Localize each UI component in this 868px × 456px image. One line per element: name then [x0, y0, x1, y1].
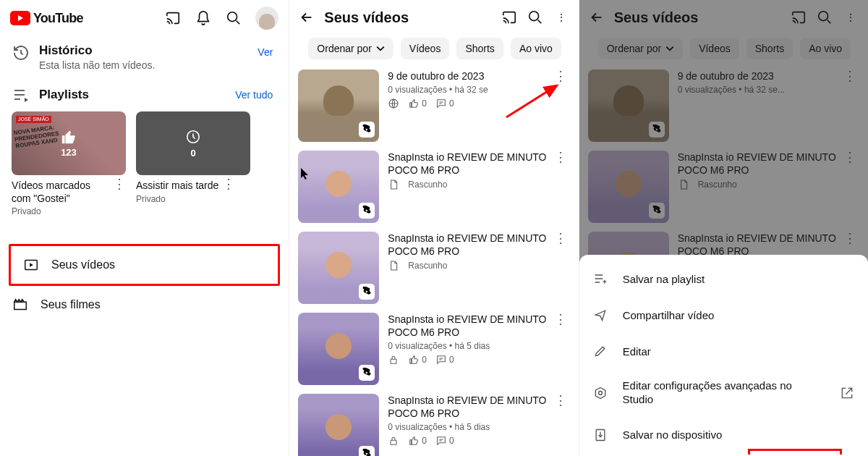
video-subline: 0 visualizações • há 32 se [388, 85, 569, 95]
shorts-badge-icon [649, 122, 665, 138]
sheet-share[interactable]: Compartilhar vídeo [579, 297, 868, 333]
nav-your-films[interactable]: Seus filmes [0, 286, 289, 324]
chip-videos[interactable]: Vídeos [401, 38, 450, 59]
video-more-icon[interactable]: ⋮ [841, 151, 859, 164]
playlist-count: 0 [190, 148, 195, 159]
svg-point-9 [598, 391, 602, 394]
shorts-badge-icon [359, 365, 375, 381]
svg-point-8 [819, 12, 828, 21]
your-videos-icon [22, 256, 40, 274]
chip-videos[interactable]: Vídeos [690, 38, 739, 59]
video-more-icon[interactable]: ⋮ [551, 232, 570, 245]
comment-count: 0 [435, 435, 454, 447]
video-more-icon[interactable]: ⋮ [551, 394, 570, 407]
svg-point-0 [228, 12, 237, 22]
video-row[interactable]: SnapInsta io REVIEW DE MINUTO POCO M6 PR… [298, 389, 569, 456]
more-icon[interactable]: ⋮ [553, 9, 570, 26]
video-more-icon[interactable]: ⋮ [551, 151, 570, 164]
video-more-icon[interactable]: ⋮ [841, 232, 859, 245]
draft-label: Rascunho [698, 180, 737, 190]
back-icon[interactable] [588, 9, 605, 26]
back-icon[interactable] [298, 9, 315, 26]
shorts-badge-icon [359, 446, 375, 456]
edit-icon [592, 343, 608, 359]
playlists-icon [12, 85, 30, 104]
youtube-logo[interactable]: YouTube [10, 11, 83, 26]
chip-shorts[interactable]: Shorts [746, 38, 793, 59]
draft-icon [388, 179, 399, 190]
share-icon [592, 307, 608, 323]
like-count: 0 [408, 354, 427, 366]
chip-shorts[interactable]: Shorts [456, 38, 503, 59]
video-row[interactable]: 9 de outubro de 20230 visualizações • há… [588, 65, 859, 146]
playlist-more-icon[interactable]: ⋮ [113, 180, 126, 188]
cast-icon[interactable] [501, 9, 518, 26]
video-thumb[interactable] [588, 69, 669, 142]
video-more-icon[interactable]: ⋮ [841, 69, 859, 83]
playlist-title: Assistir mais tarde [136, 180, 218, 193]
video-thumb[interactable] [298, 313, 379, 385]
chip-live[interactable]: Ao vivo [511, 38, 561, 59]
video-more-icon[interactable]: ⋮ [551, 313, 570, 326]
search-icon[interactable] [225, 9, 242, 27]
playlist-privacy: Privado [136, 194, 218, 204]
playlist-card-liked[interactable]: JOSÉ SIMÃO NOVA MARCA: PRENDEDORES ROUPA… [12, 111, 126, 216]
like-count: 0 [408, 98, 427, 109]
video-thumb[interactable] [588, 151, 669, 223]
video-row[interactable]: 9 de outubro de 20230 visualizações • há… [298, 65, 569, 146]
download-icon [592, 427, 608, 443]
video-row[interactable]: SnapInsta io REVIEW DE MINUTO POCO M6 PR… [298, 227, 569, 308]
video-title: 9 de outubro de 2023 [678, 69, 859, 83]
nav-your-videos[interactable]: Seus vídeos [9, 244, 280, 286]
video-title: SnapInsta io REVIEW DE MINUTO POCO M6 PR… [388, 313, 569, 339]
playlists-title: Playlists [39, 88, 89, 102]
shorts-badge-icon [359, 203, 375, 219]
playlist-add-icon [592, 271, 608, 287]
avatar[interactable] [255, 7, 278, 30]
video-title: SnapInsta io REVIEW DE MINUTO POCO M6 PR… [388, 232, 569, 258]
sheet-save-playlist[interactable]: Salvar na playlist [579, 261, 868, 297]
visibility-icon [388, 435, 399, 447]
video-row[interactable]: SnapInsta io REVIEW DE MINUTO POCO M6 PR… [298, 146, 569, 227]
video-thumb[interactable] [298, 69, 379, 142]
svg-rect-5 [391, 360, 396, 364]
search-icon[interactable] [816, 9, 833, 26]
video-thumb[interactable] [298, 151, 379, 223]
page-title: Seus vídeos [324, 9, 491, 26]
cast-icon[interactable] [790, 9, 807, 26]
playlists-ver-tudo-link[interactable]: Ver tudo [231, 86, 277, 104]
video-row[interactable]: SnapInsta io REVIEW DE MINUTO POCO M6 PR… [298, 308, 569, 389]
video-more-icon[interactable]: ⋮ [551, 69, 570, 83]
sheet-save-device[interactable]: Salvar no dispositivo [579, 417, 868, 453]
sheet-edit[interactable]: Editar [579, 333, 868, 369]
studio-icon [592, 385, 608, 401]
visibility-icon [388, 98, 399, 109]
video-title: SnapInsta io REVIEW DE MINUTO POCO M6 PR… [678, 151, 859, 177]
playlist-card-watchlater[interactable]: 0 Assistir mais tarde Privado ⋮ [136, 111, 250, 216]
history-subtitle: Esta lista não tem vídeos. [39, 59, 155, 71]
more-icon[interactable]: ⋮ [842, 9, 859, 26]
annotation-highlight [748, 449, 842, 455]
nav-your-films-label: Seus filmes [41, 298, 101, 311]
nav-your-videos-label: Seus vídeos [51, 258, 115, 271]
video-row[interactable]: SnapInsta io REVIEW DE MINUTO POCO M6 PR… [588, 146, 859, 227]
history-icon [12, 43, 30, 62]
video-thumb[interactable] [298, 232, 379, 304]
chip-live[interactable]: Ao vivo [800, 38, 851, 59]
playlist-more-icon[interactable]: ⋮ [221, 180, 236, 188]
draft-label: Rascunho [408, 261, 447, 271]
history-ver-link[interactable]: Ver [253, 43, 277, 61]
cast-icon[interactable] [164, 9, 182, 27]
chip-sort[interactable]: Ordenar por [598, 38, 683, 59]
chip-sort[interactable]: Ordenar por [308, 38, 393, 59]
draft-icon [388, 260, 399, 271]
svg-point-3 [529, 12, 538, 21]
bell-icon[interactable] [195, 9, 212, 27]
comment-count: 0 [435, 354, 454, 366]
video-thumb[interactable] [298, 394, 379, 456]
history-section: Histórico Esta lista não tem vídeos. Ver [12, 43, 277, 71]
video-subline: 0 visualizações • há 32 se... [678, 85, 859, 95]
video-title: SnapInsta io REVIEW DE MINUTO POCO M6 PR… [678, 232, 859, 258]
sheet-advanced[interactable]: Editar configurações avançadas no Studio [579, 369, 868, 417]
search-icon[interactable] [527, 9, 544, 26]
